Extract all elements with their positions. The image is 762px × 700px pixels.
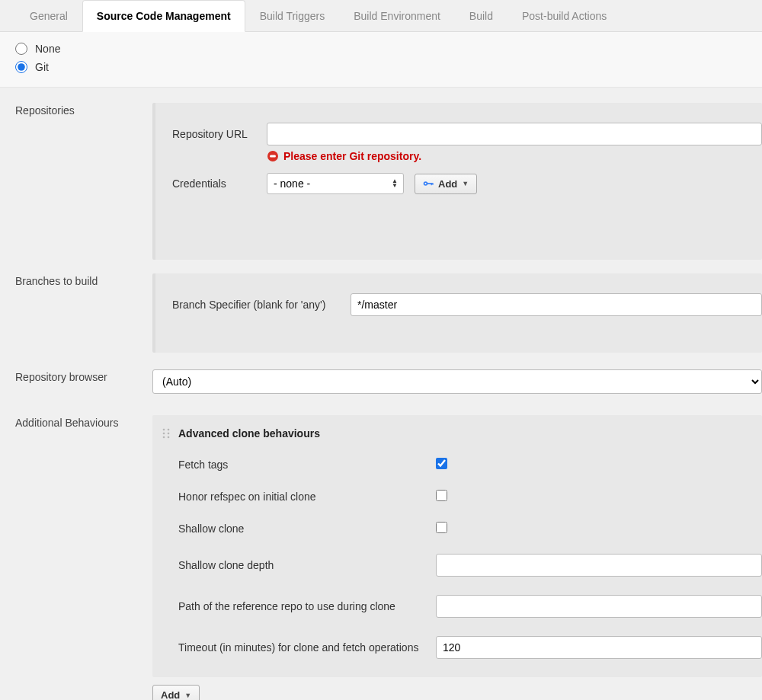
config-tabs: General Source Code Management Build Tri…: [0, 0, 762, 32]
repo-url-error: Please enter Git repository.: [172, 150, 762, 162]
scm-option-git[interactable]: Git: [15, 58, 747, 76]
repo-url-label: Repository URL: [172, 128, 256, 140]
key-icon: [423, 180, 434, 187]
radio-none[interactable]: [15, 43, 27, 55]
ref-path-label: Path of the reference repo to use during…: [162, 600, 436, 612]
drag-handle-icon[interactable]: [162, 428, 171, 439]
shallow-clone-checkbox[interactable]: [436, 522, 447, 533]
shallow-clone-row: Shallow clone: [162, 513, 762, 545]
repo-browser-section: Repository browser (Auto): [0, 359, 762, 394]
add-credentials-button[interactable]: Add ▼: [415, 174, 477, 194]
timeout-input[interactable]: [436, 636, 762, 659]
radio-git[interactable]: [15, 61, 27, 73]
error-icon: [267, 150, 279, 162]
behaviours-panel: Advanced clone behaviours Fetch tags Hon…: [152, 415, 762, 677]
svg-rect-5: [431, 183, 432, 185]
error-text: Please enter Git repository.: [283, 150, 421, 162]
advanced-clone-title: Advanced clone behaviours: [178, 427, 320, 439]
fetch-tags-label: Fetch tags: [162, 459, 436, 471]
repositories-section: Repositories Repository URL Please enter…: [0, 88, 762, 266]
scm-option-none[interactable]: None: [15, 40, 747, 58]
advanced-clone-header: Advanced clone behaviours: [162, 423, 762, 449]
repo-browser-label: Repository browser: [15, 371, 152, 383]
svg-rect-1: [270, 155, 276, 158]
svg-rect-6: [432, 183, 433, 185]
branch-panel: Branch Specifier (blank for 'any'): [152, 273, 762, 353]
credentials-select[interactable]: - none -: [267, 173, 404, 194]
honor-refspec-row: Honor refspec on initial clone: [162, 481, 762, 513]
tab-build-environment[interactable]: Build Environment: [339, 0, 455, 31]
svg-point-10: [168, 433, 170, 435]
repo-browser-select[interactable]: (Auto): [152, 369, 762, 394]
shallow-clone-label: Shallow clone: [162, 523, 436, 535]
honor-refspec-checkbox[interactable]: [436, 490, 447, 501]
honor-refspec-label: Honor refspec on initial clone: [162, 491, 436, 503]
radio-git-label: Git: [35, 61, 49, 73]
add-credentials-label: Add: [438, 178, 457, 190]
branches-label: Branches to build: [15, 275, 152, 287]
credentials-label: Credentials: [172, 177, 256, 190]
svg-point-12: [168, 436, 170, 439]
svg-point-9: [163, 433, 165, 435]
additional-behaviours-section: Additional Behaviours Advanced clone beh…: [0, 394, 762, 700]
repo-url-input[interactable]: [267, 123, 762, 145]
svg-point-8: [168, 429, 170, 431]
ref-path-row: Path of the reference repo to use during…: [162, 586, 762, 627]
add-behaviour-label: Add: [161, 689, 180, 700]
caret-down-icon: ▼: [184, 692, 191, 699]
shallow-depth-row: Shallow clone depth: [162, 545, 762, 586]
tab-build[interactable]: Build: [455, 0, 507, 31]
fetch-tags-checkbox[interactable]: [436, 458, 447, 469]
tab-post-build-actions[interactable]: Post-build Actions: [507, 0, 621, 31]
scm-options: None Git: [0, 32, 762, 88]
caret-down-icon: ▼: [462, 180, 469, 187]
ref-path-input[interactable]: [436, 595, 762, 618]
repository-panel: Repository URL Please enter Git reposito…: [152, 103, 762, 260]
branch-specifier-input[interactable]: [351, 293, 762, 316]
shallow-depth-input[interactable]: [436, 554, 762, 577]
fetch-tags-row: Fetch tags: [162, 449, 762, 481]
tab-general[interactable]: General: [15, 0, 82, 31]
svg-point-3: [424, 183, 426, 184]
tab-source-code-management[interactable]: Source Code Management: [82, 0, 245, 32]
additional-label: Additional Behaviours: [15, 417, 152, 429]
add-behaviour-button[interactable]: Add ▼: [152, 685, 200, 700]
timeout-label: Timeout (in minutes) for clone and fetch…: [162, 641, 436, 654]
shallow-depth-label: Shallow clone depth: [162, 559, 436, 571]
tab-build-triggers[interactable]: Build Triggers: [245, 0, 340, 31]
svg-point-7: [163, 429, 165, 431]
timeout-row: Timeout (in minutes) for clone and fetch…: [162, 627, 762, 668]
branches-section: Branches to build Branch Specifier (blan…: [0, 266, 762, 359]
radio-none-label: None: [35, 43, 60, 55]
repositories-label: Repositories: [15, 104, 152, 117]
branch-specifier-label: Branch Specifier (blank for 'any'): [172, 299, 340, 311]
svg-point-11: [163, 436, 165, 439]
